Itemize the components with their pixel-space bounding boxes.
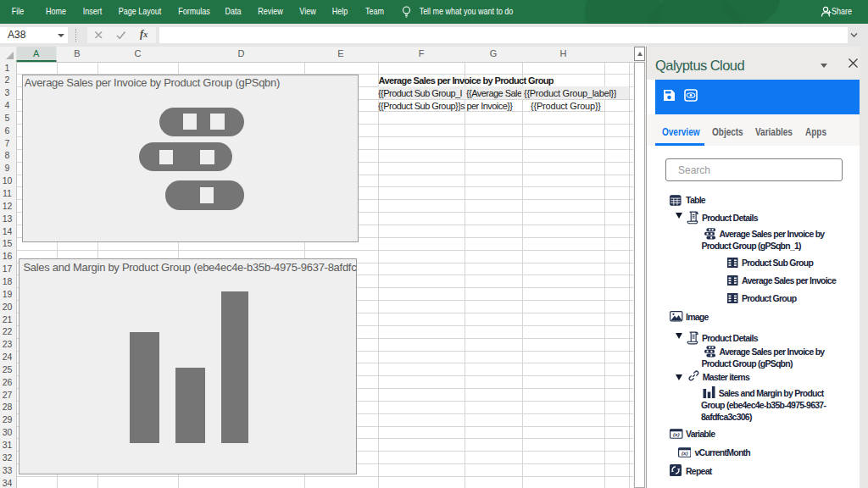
- svg-text:(x): (x): [681, 450, 687, 456]
- svg-text:(x): (x): [673, 431, 680, 437]
